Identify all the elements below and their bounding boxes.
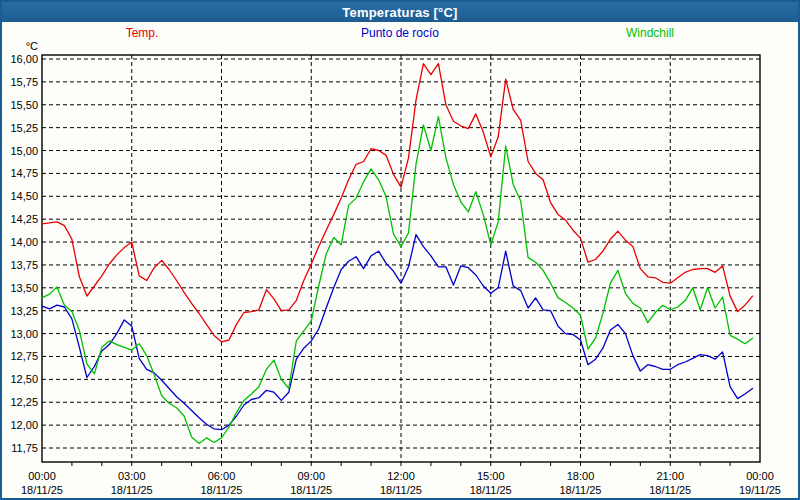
y-tick-label: 12,50 <box>10 373 38 385</box>
y-tick-label: 13,00 <box>10 328 38 340</box>
x-tick-time-label: 06:00 <box>208 470 236 482</box>
y-tick-label: 16,00 <box>10 53 38 65</box>
x-tick-time-label: 18:00 <box>567 470 595 482</box>
y-axis-unit-label: °C <box>26 40 38 52</box>
window-title: Temperaturas [°C] <box>342 5 457 20</box>
y-tick-label: 12,00 <box>10 419 38 431</box>
weather-chart-window: { "window": { "title": "Temperaturas [°C… <box>0 0 800 500</box>
x-tick-date-label: 18/11/25 <box>21 484 63 496</box>
x-tick-date-label: 18/11/25 <box>111 484 153 496</box>
x-tick-time-label: 21:00 <box>656 470 684 482</box>
y-tick-label: 14,75 <box>10 167 38 179</box>
y-tick-label: 12,75 <box>10 350 38 362</box>
window-title-bar: Temperaturas [°C] <box>2 2 798 22</box>
x-tick-time-label: 00:00 <box>28 470 56 482</box>
y-tick-label: 11,75 <box>11 442 38 454</box>
series-line-Punto de rocío <box>42 235 753 430</box>
y-tick-label: 15,75 <box>10 76 38 88</box>
y-tick-label: 14,00 <box>10 236 38 248</box>
y-tick-label: 13,50 <box>10 282 38 294</box>
series-line-Windchill <box>42 117 753 444</box>
y-tick-label: 15,50 <box>10 99 38 111</box>
y-tick-label: 14,25 <box>10 213 38 225</box>
x-tick-date-label: 18/11/25 <box>290 484 332 496</box>
x-tick-date-label: 18/11/25 <box>200 484 242 496</box>
y-tick-label: 13,75 <box>10 259 38 271</box>
y-tick-label: 14,50 <box>10 190 38 202</box>
y-tick-label: 15,25 <box>10 122 38 134</box>
x-tick-time-label: 03:00 <box>118 470 146 482</box>
x-tick-date-label: 19/11/25 <box>739 484 781 496</box>
x-tick-date-label: 18/11/25 <box>470 484 512 496</box>
y-tick-label: 12,25 <box>10 396 38 408</box>
series-line-Temp. <box>42 64 753 342</box>
x-tick-date-label: 18/11/25 <box>380 484 422 496</box>
x-tick-time-label: 12:00 <box>387 470 415 482</box>
x-tick-time-label: 00:00 <box>746 470 774 482</box>
x-tick-date-label: 18/11/25 <box>649 484 691 496</box>
temperature-line-chart: 16,0015,7515,5015,2515,0014,7514,5014,25… <box>2 22 798 498</box>
chart-area: Temp. Punto de rocío Windchill 16,0015,7… <box>2 22 798 498</box>
x-tick-time-label: 09:00 <box>297 470 325 482</box>
y-tick-label: 15,00 <box>10 145 38 157</box>
x-tick-date-label: 18/11/25 <box>559 484 601 496</box>
x-tick-time-label: 15:00 <box>477 470 505 482</box>
y-tick-label: 13,25 <box>10 305 38 317</box>
